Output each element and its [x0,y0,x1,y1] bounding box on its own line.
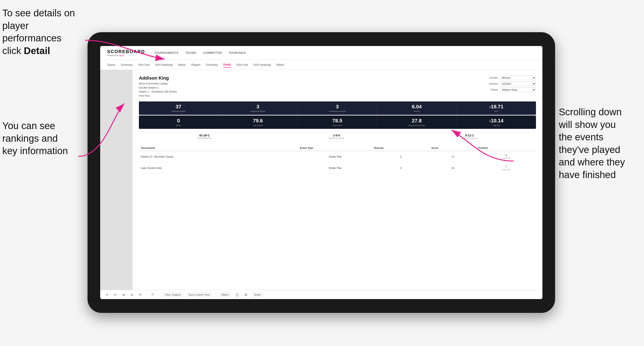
score-2: 16 [430,163,476,174]
player-region: Region 1 - Southwest (18) District [139,90,177,94]
player-year: First Year [139,94,177,98]
nav-rankings[interactable]: RANKINGS [229,50,246,55]
position-detail-1: out of 20 [502,157,510,160]
stat-points: 6.04 Points [377,101,456,115]
screen-icon[interactable]: ⬜ [234,292,240,297]
sub-navbar: Teams Summary H2H Grid H2H Heatmap Matri… [100,60,542,70]
toolbar-divider3 [215,292,216,297]
nav-tournaments[interactable]: TOURNAMENTS [154,50,178,55]
annotation-topleft: To see details on player performances cl… [2,7,88,57]
subnav-players[interactable]: Players [191,62,200,67]
main-nav: TOURNAMENTS TEAMS COMMITTEE RANKINGS [154,50,246,55]
table-row: Lady Coyote Invite Stroke Play 2 16 7 ou… [139,163,536,174]
avg-sg-label: Avg SG [459,124,533,127]
subnav-matrix[interactable]: Matrix [178,62,186,67]
stat-adj-score: 78.5 Adj Score [298,116,377,129]
record-top50-label: Record vs top 50 [462,137,477,139]
event-type-1: Stroke Play [298,151,372,163]
position-value-2: 7 [505,165,507,168]
position-1: 4 out of 20 [476,151,536,163]
overall-record-label: Overall Record [198,137,212,139]
nav-committee[interactable]: COMMITTEE [203,50,222,55]
gender-select[interactable]: Women [500,75,536,80]
stats-row2: 0 Wins 79.6 Avg Score 78.5 Adj Score 27.… [139,116,536,129]
clippd-brand: clippd [118,54,124,57]
view-original-button[interactable]: View: Original [163,292,183,297]
watch-button[interactable]: Watch [219,292,230,297]
player-label: Player [485,88,498,91]
wins-label: Wins [142,124,215,127]
avg-score-par-value: 27.8 [380,118,454,124]
player-name: Addison King [139,75,177,81]
app-navbar: SCOREBOARD Powered by clippd TOURNAMENTS… [100,46,542,60]
subnav-h2h-grid[interactable]: H2H Grid [138,62,150,67]
record-top25-label: Record vs top 25 [329,137,344,139]
player-filters: Gender Women Division NJCAA I [485,75,536,92]
zoom-out-icon[interactable]: ⊖ [130,292,134,297]
overall-record-value: 91-20-1 [198,134,212,137]
subnav-h2h-grid2[interactable]: H2H Grid [236,62,248,67]
gender-filter-row: Gender Women [485,75,536,80]
toolbar-divider [146,292,146,297]
national-rank-value: 37 [142,104,215,110]
record-top25-value: 1-5-0 [329,134,344,137]
clock-icon[interactable]: ⏱ [150,292,155,297]
nav-teams[interactable]: TEAMS [186,50,196,55]
subnav-h2h-heatmap[interactable]: H2H Heatmap [155,62,173,67]
subnav-teams[interactable]: Teams [107,62,115,67]
tablet-screen: SCOREBOARD Powered by clippd TOURNAMENTS… [100,46,542,299]
app-logo: SCOREBOARD Powered by clippd [107,49,145,57]
subnav-matrix2[interactable]: Matrix [277,62,284,67]
main-content: Addison King Mesa Community College NJCA… [100,70,542,290]
sos-value: -19.71 [459,104,533,110]
col-event-type: Event Type [298,145,372,151]
adj-score-label: Adj Score [300,124,374,127]
subnav-summary[interactable]: Summary [121,62,132,67]
stat-conference-rank: 3 Conference Rank [298,101,377,115]
player-filter-row: Player Addison King [485,87,536,92]
stat-wins: 0 Wins [139,116,218,129]
detail-panel[interactable]: Addison King Mesa Community College NJCA… [132,70,542,290]
division-label: Division [485,82,498,85]
share-button[interactable]: Share [252,292,263,297]
avg-score-par-label: Avg Score to Par [380,124,454,127]
bottom-toolbar: ↺ ↻ ⊕ ⊖ ✛ ⏱ View: Original Save Custom V… [100,290,542,299]
redo-icon[interactable]: ↻ [113,292,118,297]
tablet-frame: SCOREBOARD Powered by clippd TOURNAMENTS… [88,32,555,313]
record-row: 91-20-1 Overall Record 1-5-0 Record vs t… [139,132,536,142]
subnav-summary2[interactable]: Summary [206,62,218,67]
adj-score-value: 78.5 [300,118,374,124]
undo-icon[interactable]: ↺ [105,292,110,297]
subnav-detail[interactable]: Detail [224,62,231,68]
subnav-h2h-heatmap2[interactable]: H2H Heatmap [253,62,271,67]
annotation-bottomright: Scrolling down will show you the events … [559,106,642,181]
overall-record: 91-20-1 Overall Record [198,134,212,139]
avg-score-value: 79.6 [221,118,295,124]
division-filter-row: Division NJCAA I [485,81,536,86]
app-logo-text: SCOREBOARD [107,49,145,54]
conference-rank-value: 3 [300,104,374,110]
avg-score-label: Avg Score [221,124,295,127]
regional-rank-value: 3 [221,104,295,110]
conference-rank-label: Conference Rank [300,110,374,113]
stat-avg-score: 79.6 Avg Score [218,116,298,129]
player-select[interactable]: Addison King [500,87,536,92]
grid-icon[interactable]: ⊞ [244,292,248,297]
rounds-2: 2 [372,163,429,174]
record-top25: 1-5-0 Record vs top 25 [329,134,344,139]
regional-rank-label: Regional Rank [221,110,295,113]
position-detail-2: out of 20 [502,169,510,171]
zoom-icon[interactable]: ⊕ [122,292,126,297]
record-top50-value: 5-11-1 [462,134,477,137]
player-info: Addison King Mesa Community College NJCA… [139,75,177,98]
record-top50: 5-11-1 Record vs top 50 [462,134,477,139]
pan-icon[interactable]: ✛ [138,292,142,297]
col-rounds: Rounds [372,145,429,151]
division-select[interactable]: NJCAA I [500,81,536,86]
tournament-name-1: Estella CC- Mountain Classic [139,151,298,163]
national-rank-label: National Rank [142,110,215,113]
stats-row1: 37 National Rank 3 Regional Rank 3 Confe… [139,101,536,115]
save-custom-button[interactable]: Save Custom View [186,292,212,297]
sidebar [100,70,132,290]
tournament-name-2: Lady Coyote Invite [139,163,298,174]
